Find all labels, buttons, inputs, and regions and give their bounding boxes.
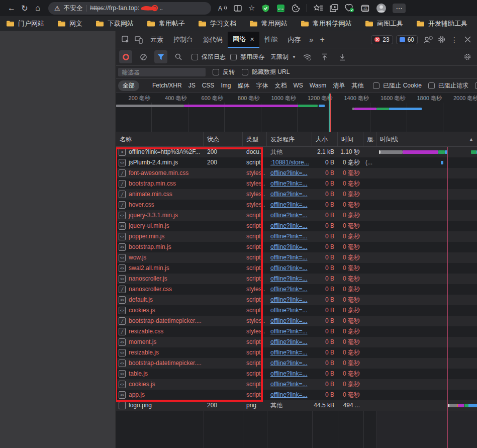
request-row[interactable]: <>moment.jsscriptoffline?link=...0 B0 毫秒	[116, 337, 477, 347]
column-header-4[interactable]: 发起程序	[267, 132, 312, 146]
column-header-6[interactable]: 时间	[338, 132, 363, 146]
request-row[interactable]: <>cookies.jsscriptoffline?link=...0 B0 毫…	[116, 379, 477, 390]
request-row[interactable]: ╱hover.cssstyles..offline?link=...0 B0 毫…	[116, 200, 477, 210]
request-row[interactable]: <>bootstrap-datetimepicker....scriptoffl…	[116, 358, 477, 369]
add-tab-button[interactable]: +	[317, 35, 328, 44]
bookmark-folder-item[interactable]: 画图工具	[365, 19, 403, 28]
devtools-tab-控制台[interactable]: 控制台	[168, 32, 198, 48]
request-row[interactable]: <>jsPlumb-2.4.min.js200script:10881/stor…	[116, 157, 477, 168]
request-row[interactable]: logo.png200png其他44.5 kB494 ...	[116, 400, 477, 411]
error-count-badge[interactable]: 23	[371, 35, 393, 44]
request-row[interactable]: <>swal2.all.min.jsscriptoffline?link=...…	[116, 263, 477, 274]
refresh-button[interactable]: ↻	[18, 4, 31, 13]
type-filter-字体[interactable]: 字体	[256, 81, 268, 90]
network-conditions-icon[interactable]	[301, 50, 314, 63]
bookmark-folder-item[interactable]: 开发辅助工具	[416, 19, 467, 28]
preserve-log-checkbox[interactable]: 保留日志	[192, 53, 226, 61]
type-filter-JS[interactable]: JS	[188, 82, 196, 89]
disable-cache-checkbox[interactable]: 禁用缓存	[230, 53, 264, 61]
request-row[interactable]: ╱bootstrap-datetimepicker....styles..off…	[116, 316, 477, 326]
request-row[interactable]: <>resizable.jsscriptoffline?link=...0 B0…	[116, 347, 477, 358]
request-row[interactable]: ╱resizable.cssstyles..offline?link=...0 …	[116, 326, 477, 337]
column-header-8[interactable]: 时间线▲	[376, 132, 477, 146]
initiator-cell[interactable]: :10881/store...	[267, 157, 316, 168]
request-row[interactable]: <>wow.jsscriptoffline?link=...0 B0 毫秒	[116, 252, 477, 263]
devtools-tab-性能[interactable]: 性能	[259, 32, 282, 48]
back-button[interactable]: ←	[5, 4, 18, 13]
request-row[interactable]: <>cookies.jsscriptoffline?link=...0 B0 毫…	[116, 305, 477, 316]
cookie-extension-icon[interactable]	[292, 4, 300, 13]
address-bar[interactable]: ⚠ 不安全 https://frp-fan.top:..	[48, 2, 211, 15]
collections-icon[interactable]	[330, 4, 338, 12]
network-settings-gear-icon[interactable]	[461, 50, 474, 63]
inspect-element-icon[interactable]	[119, 33, 132, 46]
column-header-5[interactable]: 大小	[312, 132, 338, 146]
request-row[interactable]: <>jquery-3.3.1.min.jsscriptoffline?link=…	[116, 210, 477, 221]
type-filter-媒体[interactable]: 媒体	[237, 81, 249, 90]
type-filter-其他[interactable]: 其他	[351, 81, 363, 90]
message-count-badge[interactable]: 60	[396, 35, 418, 44]
clear-network-log-button[interactable]	[137, 50, 150, 63]
home-button[interactable]: ⌂	[31, 4, 44, 13]
devtools-tab-网络[interactable]: 网络✕	[228, 32, 259, 48]
initiator-cell[interactable]: offline?link=...	[267, 200, 316, 210]
record-network-log-button[interactable]	[119, 50, 132, 63]
devtools-tab-内存[interactable]: 内存	[282, 32, 306, 48]
bookmark-folder-item[interactable]: 常用帖子	[147, 19, 185, 28]
tab-close-icon[interactable]: ✕	[250, 31, 254, 47]
bookmark-folder-item[interactable]: 下载网站	[96, 19, 134, 28]
filter-button[interactable]	[154, 50, 167, 63]
request-row[interactable]: ≡offline?link=http%3A%2F...200docu..其他2.…	[116, 147, 477, 157]
devtools-settings-gear-icon[interactable]	[435, 33, 448, 46]
favorites-list-icon[interactable]	[314, 5, 323, 12]
initiator-cell[interactable]: offline?link=...	[267, 326, 316, 337]
invert-filter-checkbox[interactable]: 反转	[213, 68, 235, 76]
type-filter-Img[interactable]: Img	[221, 82, 231, 89]
initiator-cell[interactable]: offline?link=...	[267, 390, 316, 400]
throttling-select[interactable]: 无限制▼	[270, 53, 296, 61]
request-row[interactable]: <>table.jsscriptoffline?link=...0 B0 毫秒	[116, 369, 477, 379]
initiator-cell[interactable]: offline?link=...	[267, 316, 316, 326]
filter-input[interactable]	[118, 68, 206, 76]
devtools-tab-源代码[interactable]: 源代码	[198, 32, 228, 48]
type-filter-全部[interactable]: 全部	[118, 80, 139, 91]
feedback-icon[interactable]	[422, 33, 435, 46]
favorite-star-icon[interactable]: ☆	[248, 4, 255, 13]
request-row[interactable]: <>jquery-ui.min.jsscriptoffline?link=...…	[116, 221, 477, 231]
type-filter-CSS[interactable]: CSS	[202, 82, 215, 89]
export-har-icon[interactable]	[336, 50, 349, 63]
network-overview-timeline[interactable]: 200 毫秒400 毫秒600 毫秒800 毫秒1000 毫秒1200 毫秒14…	[116, 93, 477, 132]
column-header-7[interactable]: 履.	[363, 132, 376, 146]
request-row[interactable]: ╱nanoscroller.cssstyles..offline?link=..…	[116, 284, 477, 295]
initiator-cell[interactable]: offline?link=...	[267, 178, 316, 189]
request-row[interactable]: <>app.jsscriptoffline?link=...0 B0 毫秒	[116, 390, 477, 400]
epub-extension-icon[interactable]: EPUB	[276, 4, 285, 13]
initiator-cell[interactable]: offline?link=...	[267, 379, 316, 390]
bookmark-folder-item[interactable]: 门户网站	[6, 19, 44, 28]
device-toolbar-icon[interactable]	[132, 33, 145, 46]
column-header-1[interactable]: 名称	[116, 132, 204, 146]
request-row[interactable]: <>popper.min.jsscriptoffline?link=...0 B…	[116, 231, 477, 242]
initiator-cell[interactable]: offline?link=...	[267, 284, 316, 295]
sort-arrow-icon[interactable]: ▲	[469, 132, 473, 146]
bookmark-folder-item[interactable]: 网文	[57, 19, 82, 28]
initiator-cell[interactable]: offline?link=...	[267, 263, 316, 274]
initiator-cell[interactable]: offline?link=...	[267, 242, 316, 252]
devtools-close-icon[interactable]	[461, 33, 474, 46]
request-row[interactable]: <>nanoscroller.jsscriptoffline?link=...0…	[116, 274, 477, 284]
initiator-cell[interactable]: offline?link=...	[267, 337, 316, 347]
type-filter-Wasm[interactable]: Wasm	[310, 82, 327, 89]
filter-checkbox-第三方请求[interactable]: 第三方请求	[475, 81, 477, 90]
column-header-2[interactable]: 状态	[204, 132, 243, 146]
type-filter-Fetch/XHR[interactable]: Fetch/XHR	[152, 82, 182, 89]
security-extension-icon[interactable]	[261, 4, 270, 13]
initiator-cell[interactable]: offline?link=...	[267, 210, 316, 221]
search-button[interactable]	[172, 50, 185, 63]
initiator-cell[interactable]: offline?link=...	[267, 168, 316, 178]
initiator-cell[interactable]: offline?link=...	[267, 305, 316, 316]
bookmark-folder-item[interactable]: 常用网站	[249, 19, 288, 28]
import-har-icon[interactable]	[318, 50, 331, 63]
browser-essentials-icon[interactable]	[345, 4, 354, 13]
type-filter-WS[interactable]: WS	[293, 82, 303, 89]
request-row[interactable]: <>default.jsscriptoffline?link=...0 B0 毫…	[116, 295, 477, 305]
